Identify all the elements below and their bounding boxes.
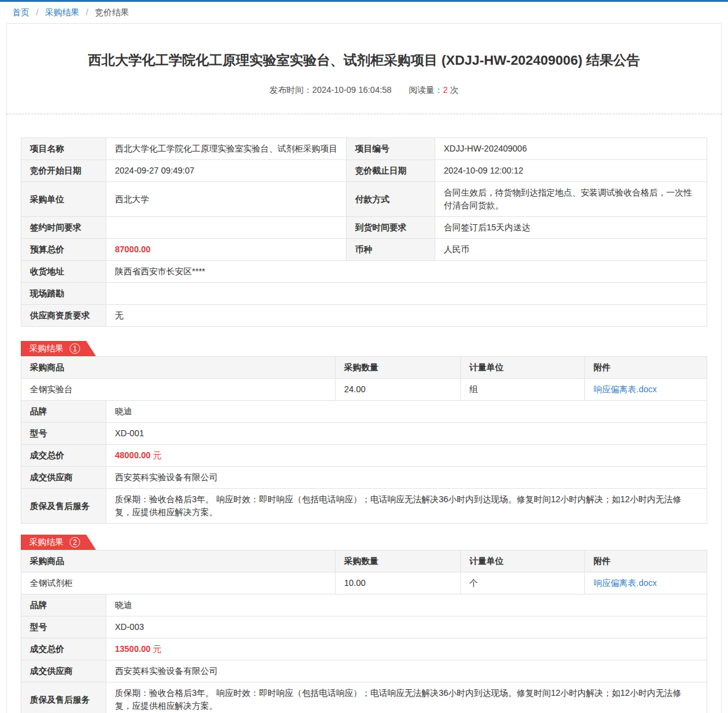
info-label: 竞价截止日期 bbox=[347, 160, 435, 182]
info-value: 西北大学化工学院化工原理实验室实验台、试剂柜采购项目 bbox=[106, 138, 347, 160]
project-info-table: 项目名称 西北大学化工学院化工原理实验室实验台、试剂柜采购项目 项目编号 XDJ… bbox=[21, 137, 707, 327]
breadcrumb-separator: / bbox=[36, 7, 39, 17]
table-row: 竞价开始日期 2024-09-27 09:49:07 竞价截止日期 2024-1… bbox=[21, 160, 707, 182]
result-section-2: 采购结果 2 采购商品 采购数量 计量单位 附件 全钢试剂柜 10.00 个 响… bbox=[21, 535, 707, 713]
read-count-unit: 次 bbox=[450, 85, 458, 95]
product-quantity: 10.00 bbox=[336, 572, 461, 594]
info-value bbox=[106, 217, 347, 239]
info-label: 现场踏勘 bbox=[21, 283, 106, 305]
article-meta: 发布时间：2024-10-09 16:04:58阅读量：2 次 bbox=[7, 85, 721, 96]
column-header: 采购数量 bbox=[336, 357, 461, 379]
info-value: 2024-09-27 09:49:07 bbox=[106, 160, 347, 182]
detail-value: XD-001 bbox=[106, 423, 707, 445]
breadcrumb: 首页 / 采购结果 / 竞价结果 bbox=[0, 2, 728, 23]
product-name: 全钢试剂柜 bbox=[21, 572, 336, 594]
info-label: 签约时间要求 bbox=[21, 217, 106, 239]
info-label: 采购单位 bbox=[21, 182, 106, 217]
section-badge-2: 采购结果 2 bbox=[21, 535, 96, 550]
info-label: 到货时间要求 bbox=[347, 217, 435, 239]
detail-label: 成交供应商 bbox=[21, 660, 106, 682]
badge-number-circle: 2 bbox=[70, 537, 80, 547]
attachment-link[interactable]: 响应偏离表.docx bbox=[594, 578, 656, 588]
detail-label: 质保及售后服务 bbox=[21, 682, 106, 713]
deal-price-cell: 13500.00 元 bbox=[106, 638, 707, 660]
table-header-row: 采购商品 采购数量 计量单位 附件 bbox=[21, 357, 707, 379]
column-header: 附件 bbox=[585, 550, 707, 572]
product-name: 全钢实验台 bbox=[21, 379, 336, 401]
read-count-label: 阅读量： bbox=[409, 85, 443, 95]
info-value: 人民币 bbox=[435, 239, 707, 261]
breadcrumb-separator: / bbox=[86, 7, 89, 17]
table-row: 成交总价 13500.00 元 bbox=[21, 638, 707, 660]
info-label: 项目编号 bbox=[347, 138, 435, 160]
table-row: 全钢实验台 24.00 组 响应偏离表.docx bbox=[21, 379, 707, 401]
info-value: 2024-10-09 12:00:12 bbox=[435, 160, 707, 182]
detail-value: 晓迪 bbox=[106, 401, 707, 423]
detail-label: 成交总价 bbox=[21, 638, 106, 660]
table-row: 成交供应商 西安英科实验设备有限公司 bbox=[21, 660, 707, 682]
table-row: 品牌 晓迪 bbox=[21, 401, 707, 423]
column-header: 采购商品 bbox=[21, 357, 336, 379]
info-label: 预算总价 bbox=[21, 239, 106, 261]
badge-label: 采购结果 bbox=[29, 343, 64, 354]
detail-label: 成交供应商 bbox=[21, 467, 106, 489]
table-row: 全钢试剂柜 10.00 个 响应偏离表.docx bbox=[21, 572, 707, 594]
table-header-row: 采购商品 采购数量 计量单位 附件 bbox=[21, 550, 707, 572]
badge-number-circle: 1 bbox=[70, 343, 80, 354]
info-value: 合同签订后15天内送达 bbox=[435, 217, 707, 239]
dashed-divider bbox=[7, 114, 721, 114]
info-label: 供应商资质要求 bbox=[21, 305, 106, 327]
result-details-1: 品牌 晓迪 型号 XD-001 成交总价 48000.00 元 成交供应商 西安… bbox=[21, 400, 707, 524]
table-row: 项目名称 西北大学化工学院化工原理实验室实验台、试剂柜采购项目 项目编号 XDJ… bbox=[21, 138, 707, 160]
publish-time-value: 2024-10-09 16:04:58 bbox=[312, 85, 392, 95]
table-row: 预算总价 87000.00 币种 人民币 bbox=[21, 239, 707, 261]
breadcrumb-purchase-results-link[interactable]: 采购结果 bbox=[45, 7, 79, 17]
publish-time-label: 发布时间： bbox=[270, 85, 312, 95]
column-header: 采购商品 bbox=[21, 550, 336, 572]
budget-total-value: 87000.00 bbox=[106, 239, 347, 261]
info-value: 西北大学 bbox=[106, 182, 347, 217]
column-header: 采购数量 bbox=[336, 550, 461, 572]
table-row: 收货地址 陕西省西安市长安区**** bbox=[21, 261, 707, 283]
table-row: 质保及售后服务 质保期：验收合格后3年。 响应时效：即时响应（包括电话响应）；电… bbox=[21, 682, 707, 713]
info-value: XDJJ-HW-202409006 bbox=[435, 138, 707, 160]
column-header: 附件 bbox=[585, 357, 707, 379]
result-table-1: 采购商品 采购数量 计量单位 附件 全钢实验台 24.00 组 响应偏离表.do… bbox=[21, 356, 707, 401]
badge-label: 采购结果 bbox=[29, 537, 64, 548]
detail-label: 品牌 bbox=[21, 401, 106, 423]
info-value: 陕西省西安市长安区**** bbox=[106, 261, 707, 283]
page-title: 西北大学化工学院化工原理实验室实验台、试剂柜采购项目 (XDJJ-HW-2024… bbox=[31, 51, 697, 70]
read-count-value: 2 bbox=[443, 85, 448, 95]
detail-value: XD-003 bbox=[106, 616, 707, 638]
detail-value: 西安英科实验设备有限公司 bbox=[106, 467, 707, 489]
detail-label: 品牌 bbox=[21, 594, 106, 616]
section-badge-1: 采购结果 1 bbox=[21, 341, 96, 356]
product-unit: 组 bbox=[461, 379, 585, 401]
info-value: 无 bbox=[106, 305, 707, 327]
breadcrumb-current-page: 竞价结果 bbox=[95, 7, 129, 17]
table-row: 成交供应商 西安英科实验设备有限公司 bbox=[21, 467, 707, 489]
table-row: 现场踏勘 bbox=[21, 283, 707, 305]
info-label: 项目名称 bbox=[21, 138, 106, 160]
detail-value: 西安英科实验设备有限公司 bbox=[106, 660, 707, 682]
detail-label: 型号 bbox=[21, 616, 106, 638]
product-unit: 个 bbox=[461, 572, 585, 594]
info-label: 收货地址 bbox=[21, 261, 106, 283]
table-row: 供应商资质要求 无 bbox=[21, 305, 707, 327]
detail-value: 质保期：验收合格后3年。 响应时效：即时响应（包括电话响应）；电话响应无法解决3… bbox=[106, 682, 707, 713]
table-row: 采购单位 西北大学 付款方式 合同生效后，待货物到达指定地点、安装调试验收合格后… bbox=[21, 182, 707, 217]
result-section-1: 采购结果 1 采购商品 采购数量 计量单位 附件 全钢实验台 24.00 组 响… bbox=[21, 341, 707, 524]
result-table-2: 采购商品 采购数量 计量单位 附件 全钢试剂柜 10.00 个 响应偏离表.do… bbox=[21, 550, 707, 594]
attachment-link[interactable]: 响应偏离表.docx bbox=[594, 384, 656, 394]
detail-label: 成交总价 bbox=[21, 445, 106, 467]
info-label: 付款方式 bbox=[347, 182, 435, 217]
breadcrumb-home-link[interactable]: 首页 bbox=[12, 7, 29, 17]
product-quantity: 24.00 bbox=[336, 379, 461, 401]
attachment-cell: 响应偏离表.docx bbox=[585, 379, 707, 401]
result-details-2: 品牌 晓迪 型号 XD-003 成交总价 13500.00 元 成交供应商 西安… bbox=[21, 594, 707, 713]
info-value bbox=[106, 283, 707, 305]
info-value: 合同生效后，待货物到达指定地点、安装调试验收合格后，一次性付清合同货款。 bbox=[435, 182, 707, 217]
table-row: 质保及售后服务 质保期：验收合格后3年。 响应时效：即时响应（包括电话响应）；电… bbox=[21, 489, 707, 524]
info-label: 竞价开始日期 bbox=[21, 160, 106, 182]
attachment-cell: 响应偏离表.docx bbox=[585, 572, 707, 594]
